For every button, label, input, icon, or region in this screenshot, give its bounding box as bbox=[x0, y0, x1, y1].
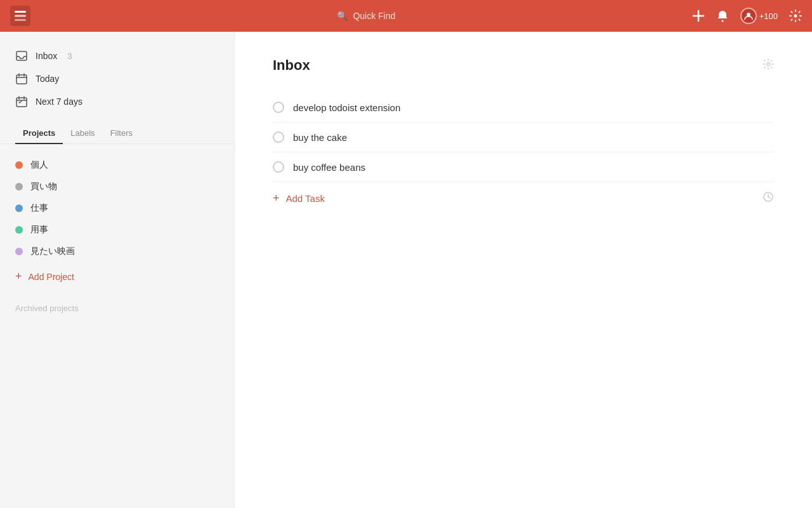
project-label: 仕事 bbox=[30, 203, 48, 214]
svg-rect-9 bbox=[16, 98, 27, 107]
project-dot bbox=[15, 248, 23, 255]
next7days-label: Next 7 days bbox=[36, 97, 82, 107]
tab-labels[interactable]: Labels bbox=[63, 123, 102, 144]
svg-rect-7 bbox=[16, 51, 27, 60]
sidebar-project-kojin[interactable]: 個人 bbox=[0, 154, 234, 176]
svg-point-5 bbox=[747, 13, 750, 17]
task-text: buy the cake bbox=[293, 132, 347, 143]
task-checkbox[interactable] bbox=[273, 102, 284, 113]
sidebar-tabs: Projects Labels Filters bbox=[0, 113, 234, 144]
karma-label: +100 bbox=[759, 11, 778, 21]
app-logo[interactable] bbox=[10, 6, 30, 26]
add-project-label: Add Project bbox=[29, 272, 74, 282]
main-content: Inbox develop todoist extension buy the … bbox=[235, 32, 812, 508]
tab-projects[interactable]: Projects bbox=[15, 123, 63, 144]
search-placeholder: Quick Find bbox=[353, 11, 395, 21]
sidebar-project-mitai[interactable]: 見たい映画 bbox=[0, 241, 234, 262]
add-project-icon: + bbox=[15, 270, 22, 283]
sidebar-project-shigoto[interactable]: 仕事 bbox=[0, 197, 234, 219]
svg-rect-8 bbox=[16, 75, 27, 84]
tab-filters[interactable]: Filters bbox=[103, 123, 140, 144]
svg-point-4 bbox=[721, 20, 723, 22]
svg-point-6 bbox=[794, 15, 797, 18]
project-label: 見たい映画 bbox=[30, 246, 75, 257]
add-task-label: Add Task bbox=[286, 193, 325, 204]
next7days-icon bbox=[15, 95, 28, 108]
add-project-button[interactable]: + Add Project bbox=[0, 265, 234, 288]
add-task-icon: + bbox=[273, 192, 280, 205]
sidebar-project-yoji[interactable]: 用事 bbox=[0, 219, 234, 241]
karma-badge[interactable]: +100 bbox=[740, 8, 778, 24]
svg-rect-2 bbox=[15, 15, 26, 17]
archived-projects-link[interactable]: Archived projects bbox=[0, 288, 234, 318]
svg-point-10 bbox=[767, 62, 770, 65]
notifications-button[interactable] bbox=[716, 10, 729, 22]
main-layout: Inbox 3 Today Next 7 days bbox=[0, 32, 812, 508]
user-avatar bbox=[740, 8, 757, 24]
today-label: Today bbox=[36, 74, 59, 84]
project-dot bbox=[15, 161, 23, 169]
svg-rect-3 bbox=[15, 19, 26, 21]
add-task-row: + Add Task bbox=[273, 182, 774, 215]
project-label: 用事 bbox=[30, 224, 48, 236]
sidebar-item-today[interactable]: Today bbox=[0, 67, 234, 90]
sidebar-item-inbox[interactable]: Inbox 3 bbox=[0, 44, 234, 67]
task-text: buy coffee beans bbox=[293, 162, 365, 173]
tasks-list: develop todoist extension buy the cake b… bbox=[273, 93, 774, 182]
project-dot bbox=[15, 183, 23, 190]
header: 🔍 Quick Find +100 bbox=[0, 0, 812, 32]
page-title: Inbox bbox=[273, 57, 310, 74]
content-gear-icon[interactable] bbox=[763, 58, 774, 73]
today-icon bbox=[15, 72, 28, 85]
sidebar: Inbox 3 Today Next 7 days bbox=[0, 32, 235, 508]
project-dot bbox=[15, 204, 23, 212]
project-dot bbox=[15, 226, 23, 234]
svg-rect-1 bbox=[15, 11, 26, 13]
project-label: 個人 bbox=[30, 159, 48, 171]
task-item: buy coffee beans bbox=[273, 152, 774, 182]
task-checkbox[interactable] bbox=[273, 161, 284, 173]
task-item: buy the cake bbox=[273, 123, 774, 152]
add-button[interactable] bbox=[692, 10, 705, 22]
content-header: Inbox bbox=[273, 57, 774, 74]
task-text: develop todoist extension bbox=[293, 102, 400, 113]
header-actions: +100 bbox=[692, 8, 802, 24]
add-task-button[interactable]: + Add Task bbox=[273, 192, 325, 205]
sidebar-item-next7days[interactable]: Next 7 days bbox=[0, 90, 234, 113]
inbox-count: 3 bbox=[67, 51, 72, 61]
quick-find-search[interactable]: 🔍 Quick Find bbox=[41, 11, 692, 21]
inbox-label: Inbox bbox=[36, 51, 57, 61]
inbox-icon bbox=[15, 50, 28, 62]
task-item: develop todoist extension bbox=[273, 93, 774, 123]
projects-list: 個人 買い物 仕事 用事 見たい映画 bbox=[0, 154, 234, 262]
search-icon: 🔍 bbox=[337, 11, 348, 21]
sidebar-project-kaimono[interactable]: 買い物 bbox=[0, 176, 234, 197]
history-icon[interactable] bbox=[763, 191, 774, 206]
project-label: 買い物 bbox=[30, 181, 57, 192]
settings-button[interactable] bbox=[789, 10, 802, 22]
task-checkbox[interactable] bbox=[273, 131, 284, 143]
